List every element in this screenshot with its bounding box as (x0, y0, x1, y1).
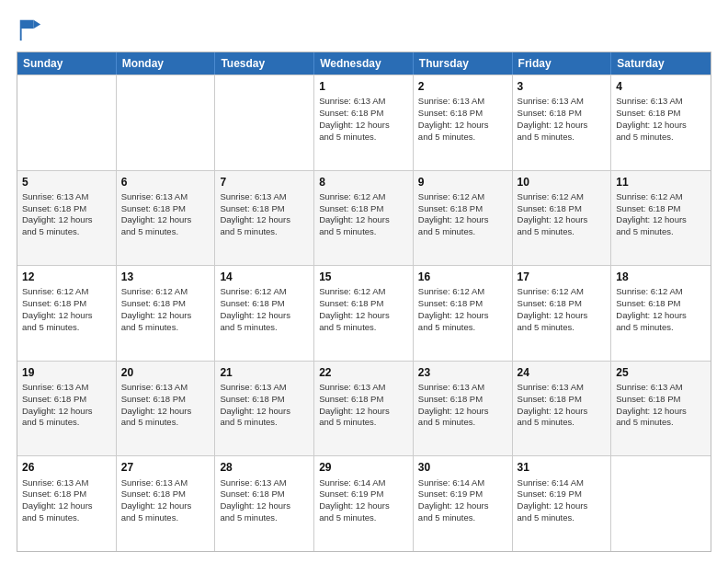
calendar-cell-5-6: 31Sunrise: 6:14 AMSunset: 6:19 PMDayligh… (513, 456, 612, 551)
day-info-line: Daylight: 12 hours (518, 214, 607, 226)
day-number: 12 (22, 270, 111, 284)
day-number: 7 (220, 175, 309, 190)
day-info-line: Daylight: 12 hours (418, 120, 507, 132)
calendar-body: 1Sunrise: 6:13 AMSunset: 6:18 PMDaylight… (17, 75, 711, 551)
day-info-line: Sunset: 6:18 PM (319, 298, 408, 310)
calendar-cell-1-5: 2Sunrise: 6:13 AMSunset: 6:18 PMDaylight… (414, 75, 513, 170)
logo (17, 17, 46, 42)
day-info-line: and 5 minutes. (220, 512, 309, 524)
day-info-line: Sunset: 6:18 PM (220, 488, 309, 500)
day-info-line: Sunset: 6:18 PM (319, 108, 408, 120)
day-number: 10 (518, 175, 607, 190)
day-info-line: and 5 minutes. (616, 226, 706, 238)
day-info-line: and 5 minutes. (518, 226, 607, 238)
calendar-cell-2-4: 8Sunrise: 6:12 AMSunset: 6:18 PMDaylight… (314, 171, 414, 266)
day-info-line: and 5 minutes. (418, 132, 507, 144)
day-info-line: Daylight: 12 hours (518, 500, 607, 512)
day-info-line: Sunset: 6:18 PM (22, 488, 111, 500)
day-info-line: Sunrise: 6:12 AM (418, 286, 507, 298)
day-info-line: and 5 minutes. (319, 132, 408, 144)
day-info-line: Sunset: 6:18 PM (418, 203, 507, 215)
day-info-line: Sunset: 6:18 PM (518, 108, 607, 120)
calendar-cell-3-6: 17Sunrise: 6:12 AMSunset: 6:18 PMDayligh… (513, 266, 612, 361)
calendar-cell-1-1 (17, 75, 117, 170)
day-number: 15 (319, 270, 408, 284)
calendar-cell-1-3 (215, 75, 314, 170)
calendar-cell-5-7 (611, 456, 711, 551)
day-number: 16 (418, 270, 507, 284)
calendar-cell-5-3: 28Sunrise: 6:13 AMSunset: 6:18 PMDayligh… (215, 456, 314, 551)
day-number: 2 (418, 79, 507, 94)
day-info-line: Daylight: 12 hours (220, 406, 309, 418)
calendar-row-2: 5Sunrise: 6:13 AMSunset: 6:18 PMDaylight… (17, 170, 711, 266)
day-info-line: and 5 minutes. (22, 226, 111, 238)
day-info-line: Daylight: 12 hours (418, 310, 507, 322)
day-info-line: Sunrise: 6:13 AM (22, 382, 111, 394)
day-info-line: Sunset: 6:18 PM (22, 298, 111, 310)
day-info-line: and 5 minutes. (220, 417, 309, 429)
day-number: 23 (418, 365, 507, 380)
day-number: 9 (418, 175, 507, 190)
day-info-line: Sunset: 6:18 PM (319, 203, 408, 215)
day-info-line: Sunrise: 6:13 AM (319, 96, 408, 108)
day-number: 29 (319, 460, 408, 475)
calendar-cell-5-5: 30Sunrise: 6:14 AMSunset: 6:19 PMDayligh… (414, 456, 513, 551)
day-number: 3 (518, 79, 607, 94)
day-info-line: Sunrise: 6:13 AM (220, 477, 309, 489)
day-info-line: Daylight: 12 hours (319, 214, 408, 226)
day-number: 13 (121, 270, 210, 284)
day-info-line: Sunrise: 6:14 AM (319, 477, 408, 489)
calendar-row-5: 26Sunrise: 6:13 AMSunset: 6:18 PMDayligh… (17, 455, 711, 551)
day-info-line: Sunrise: 6:13 AM (518, 96, 607, 108)
day-info-line: and 5 minutes. (220, 322, 309, 334)
day-info-line: Sunrise: 6:13 AM (418, 96, 507, 108)
day-number: 5 (22, 175, 111, 190)
weekday-header-wednesday: Wednesday (314, 52, 414, 75)
day-info-line: Sunrise: 6:13 AM (616, 382, 706, 394)
day-info-line: Daylight: 12 hours (616, 406, 706, 418)
day-info-line: Sunrise: 6:14 AM (418, 477, 507, 489)
calendar-cell-4-6: 24Sunrise: 6:13 AMSunset: 6:18 PMDayligh… (513, 362, 612, 456)
day-number: 1 (319, 79, 408, 94)
calendar-cell-3-4: 15Sunrise: 6:12 AMSunset: 6:18 PMDayligh… (314, 266, 414, 361)
day-number: 21 (220, 365, 309, 380)
calendar-row-3: 12Sunrise: 6:12 AMSunset: 6:18 PMDayligh… (17, 265, 711, 361)
day-info-line: Daylight: 12 hours (616, 310, 706, 322)
weekday-header-sunday: Sunday (17, 52, 117, 75)
day-info-line: Sunrise: 6:13 AM (121, 382, 210, 394)
calendar-row-4: 19Sunrise: 6:13 AMSunset: 6:18 PMDayligh… (17, 361, 711, 456)
header (17, 17, 711, 42)
calendar-cell-4-7: 25Sunrise: 6:13 AMSunset: 6:18 PMDayligh… (611, 362, 711, 456)
weekday-header-friday: Friday (513, 52, 612, 75)
day-info-line: Sunset: 6:18 PM (220, 203, 309, 215)
day-info-line: and 5 minutes. (418, 322, 507, 334)
calendar-cell-3-3: 14Sunrise: 6:12 AMSunset: 6:18 PMDayligh… (215, 266, 314, 361)
day-info-line: Sunset: 6:18 PM (220, 298, 309, 310)
day-info-line: and 5 minutes. (319, 417, 408, 429)
day-info-line: Daylight: 12 hours (518, 310, 607, 322)
day-info-line: and 5 minutes. (518, 417, 607, 429)
day-info-line: Sunrise: 6:12 AM (22, 286, 111, 298)
day-number: 28 (220, 460, 309, 475)
day-info-line: Sunrise: 6:12 AM (319, 286, 408, 298)
day-info-line: and 5 minutes. (418, 226, 507, 238)
day-info-line: Sunset: 6:18 PM (121, 394, 210, 406)
day-info-line: Sunrise: 6:13 AM (616, 96, 706, 108)
day-info-line: Sunset: 6:18 PM (616, 298, 706, 310)
day-info-line: and 5 minutes. (319, 512, 408, 524)
day-number: 8 (319, 175, 408, 190)
svg-marker-0 (20, 20, 34, 29)
day-info-line: and 5 minutes. (22, 512, 111, 524)
day-info-line: Daylight: 12 hours (22, 406, 111, 418)
day-info-line: and 5 minutes. (121, 226, 210, 238)
day-info-line: Sunrise: 6:14 AM (518, 477, 607, 489)
calendar-cell-4-4: 22Sunrise: 6:13 AMSunset: 6:18 PMDayligh… (314, 362, 414, 456)
day-info-line: Sunrise: 6:12 AM (319, 191, 408, 203)
day-number: 27 (121, 460, 210, 475)
day-info-line: and 5 minutes. (121, 322, 210, 334)
day-info-line: Sunset: 6:18 PM (121, 203, 210, 215)
svg-marker-1 (34, 20, 40, 29)
day-info-line: Sunset: 6:19 PM (418, 488, 507, 500)
calendar-cell-3-2: 13Sunrise: 6:12 AMSunset: 6:18 PMDayligh… (117, 266, 216, 361)
day-info-line: Sunrise: 6:12 AM (121, 286, 210, 298)
